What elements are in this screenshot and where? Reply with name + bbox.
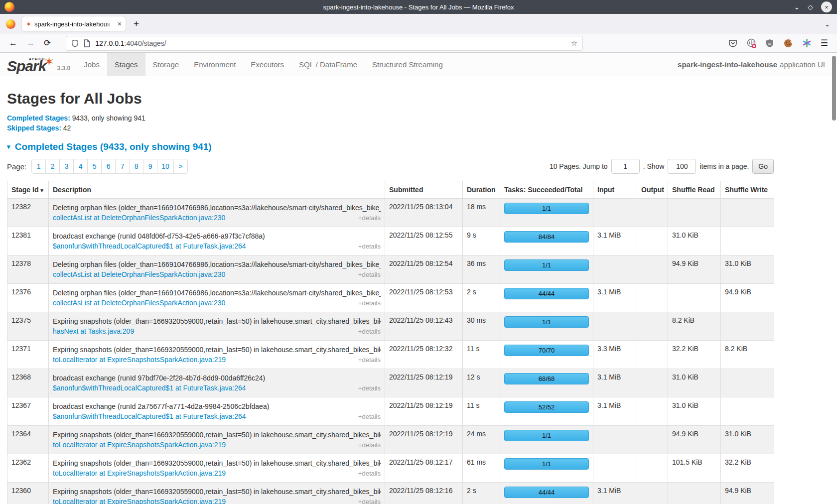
shuffle-read-cell: 94.9 KiB (668, 426, 721, 454)
extension-disabled-icon[interactable] (746, 38, 756, 48)
page-button[interactable]: 2 (45, 159, 60, 174)
shuffle-write-cell: 32.2 KiB (721, 454, 774, 483)
page-button[interactable]: 10 (157, 159, 174, 174)
firefox-menu-icon[interactable] (6, 19, 15, 29)
nav-item-sql-dataframe[interactable]: SQL / DataFrame (291, 53, 365, 76)
bookmark-star-icon[interactable]: ☆ (571, 39, 577, 48)
table-row: 12360 Expiring snapshots (older_than=166… (7, 483, 774, 504)
page-button[interactable]: > (173, 159, 188, 174)
stage-callsite-link[interactable]: collectAsList at DeleteOrphanFilesSparkA… (53, 298, 225, 308)
nav-item-stages[interactable]: Stages (107, 53, 145, 76)
shuffle-write-cell: 31.0 KiB (721, 426, 774, 454)
multi-account-asterisk-icon[interactable] (802, 38, 812, 48)
jump-to-page-input[interactable] (611, 159, 640, 174)
url-bar[interactable]: 127.0.0.1:4040/stages/ ☆ (66, 36, 583, 51)
stage-callsite-link[interactable]: toLocalIterator at ExpireSnapshotsSparkA… (53, 469, 226, 478)
stage-callsite-link[interactable]: $anonfun$withThreadLocalCaptured$1 at Fu… (53, 383, 246, 393)
stage-callsite-link[interactable]: collectAsList at DeleteOrphanFilesSparkA… (53, 270, 225, 279)
details-toggle[interactable]: +details (358, 355, 381, 365)
minimize-icon[interactable]: ⌄ (794, 3, 800, 10)
nav-item-structured-streaming[interactable]: Structured Streaming (365, 53, 450, 76)
details-toggle[interactable]: +details (358, 298, 381, 308)
page-button[interactable]: 3 (59, 159, 74, 174)
stages-table-body: 12382 Deleting orphan files (older_than=… (7, 199, 774, 504)
header-duration[interactable]: Duration (463, 181, 500, 199)
description-cell: Deleting orphan files (older_than=166910… (49, 255, 385, 284)
stage-callsite-link[interactable]: hasNext at Tasks.java:209 (53, 327, 134, 336)
scrollbar-thumb[interactable] (832, 56, 836, 121)
maximize-icon[interactable]: ◇ (808, 3, 813, 10)
tab-close-icon[interactable]: × (118, 20, 122, 28)
page-button[interactable]: 6 (101, 159, 116, 174)
spark-version: 3.3.0 (57, 65, 71, 72)
table-row: 12382 Deleting orphan files (older_than=… (7, 199, 774, 227)
go-button[interactable]: Go (752, 159, 774, 174)
tasks-progress-bar: 1/1 (504, 203, 589, 214)
stage-callsite-link[interactable]: collectAsList at DeleteOrphanFilesSparkA… (53, 213, 225, 223)
page-button[interactable]: 9 (143, 159, 157, 174)
pagination-row: Page: 1 2 3 4 5 6 7 8 9 10 > 10 Pages. J… (7, 159, 774, 174)
output-cell (637, 255, 668, 284)
header-tasks[interactable]: Tasks: Succeeded/Total (500, 181, 593, 199)
tasks-cell: 1/1 (500, 426, 593, 454)
sort-arrow-icon: ▾ (40, 187, 43, 193)
submitted-cell: 2022/11/25 08:12:19 (385, 397, 463, 426)
stage-callsite-link[interactable]: toLocalIterator at ExpireSnapshotsSparkA… (53, 497, 226, 504)
details-toggle[interactable]: +details (358, 469, 381, 478)
nav-item-environment[interactable]: Environment (186, 53, 243, 76)
page-button[interactable]: 8 (129, 159, 143, 174)
url-text[interactable]: 127.0.0.1:4040/stages/ (95, 39, 571, 47)
stage-callsite-link[interactable]: $anonfun$withThreadLocalCaptured$1 at Fu… (53, 412, 246, 421)
page-button[interactable]: 7 (115, 159, 130, 174)
browser-tab[interactable]: ✶ spark-ingest-into-lakehous × (22, 16, 126, 31)
window-close-icon[interactable]: × (821, 1, 832, 12)
header-shuffle-read[interactable]: Shuffle Read (668, 181, 721, 199)
completed-stages-section-toggle[interactable]: ▾ Completed Stages (9433, only showing 9… (7, 141, 830, 152)
ublock-icon[interactable]: uo (765, 39, 774, 48)
details-toggle[interactable]: +details (358, 440, 381, 450)
reload-icon[interactable]: ⟳ (44, 38, 51, 48)
table-row: 12362 Expiring snapshots (older_than=166… (7, 454, 774, 483)
new-tab-button[interactable]: + (134, 18, 139, 29)
shuffle-write-cell (721, 369, 774, 397)
details-toggle[interactable]: +details (358, 327, 381, 336)
page-button[interactable]: 4 (73, 159, 88, 174)
back-icon[interactable]: ← (9, 38, 17, 48)
table-row: 12368 broadcast exchange (runId 97bdf70e… (7, 369, 774, 397)
items-per-page-input[interactable] (668, 159, 696, 174)
page-info-icon[interactable] (84, 39, 90, 47)
header-input[interactable]: Input (593, 181, 637, 199)
stage-callsite-link[interactable]: toLocalIterator at ExpireSnapshotsSparkA… (53, 440, 226, 450)
pocket-icon[interactable] (728, 39, 737, 48)
submitted-cell: 2022/11/25 08:12:19 (385, 369, 463, 397)
header-shuffle-write[interactable]: Shuffle Write (721, 181, 774, 199)
details-toggle[interactable]: +details (358, 242, 381, 251)
nav-item-jobs[interactable]: Jobs (76, 53, 107, 76)
spark-logo[interactable]: APACHE Spark ✶ 3.3.0 (0, 53, 76, 76)
details-toggle[interactable]: +details (358, 270, 381, 279)
submitted-cell: 2022/11/25 08:12:19 (385, 426, 463, 454)
stage-id-cell: 12371 (7, 341, 49, 369)
page-button[interactable]: 5 (87, 159, 102, 174)
stage-callsite-link[interactable]: toLocalIterator at ExpireSnapshotsSparkA… (53, 355, 226, 365)
details-toggle[interactable]: +details (358, 383, 381, 393)
shield-icon[interactable] (71, 39, 79, 47)
details-toggle[interactable]: +details (358, 497, 381, 504)
header-stage-id[interactable]: Stage Id ▾ (7, 181, 49, 199)
header-output[interactable]: Output (637, 181, 668, 199)
details-toggle[interactable]: +details (358, 213, 381, 223)
cookie-icon[interactable] (783, 38, 793, 48)
details-toggle[interactable]: +details (358, 412, 381, 421)
nav-item-executors[interactable]: Executors (243, 53, 291, 76)
menu-hamburger-icon[interactable]: ☰ (821, 38, 828, 48)
page-button[interactable]: 1 (31, 159, 46, 174)
nav-item-storage[interactable]: Storage (145, 53, 187, 76)
input-cell: 3.1 MiB (593, 369, 637, 397)
header-description[interactable]: Description (49, 181, 385, 199)
page-buttons: 1 2 3 4 5 6 7 8 9 10 > (31, 159, 188, 174)
stage-callsite-link[interactable]: $anonfun$withThreadLocalCaptured$1 at Fu… (53, 242, 246, 251)
header-submitted[interactable]: Submitted (385, 181, 463, 199)
tasks-progress-bar: 84/84 (504, 231, 589, 243)
forward-icon[interactable]: → (26, 38, 35, 48)
list-tabs-icon[interactable]: ⌄ (825, 20, 830, 28)
